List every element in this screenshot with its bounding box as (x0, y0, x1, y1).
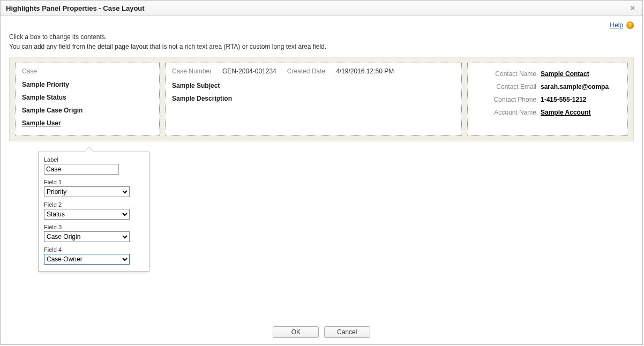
dialog-window: Highlights Panel Properties - Case Layou… (0, 0, 643, 345)
case-number-label: Case Number (172, 67, 212, 75)
field-editor-popover: Label Field 1 Priority Field 2 Status Fi… (38, 152, 149, 272)
panel-box-1-header: Case (22, 67, 153, 75)
field3-label: Field 3 (44, 224, 144, 230)
help-row: Help ? (9, 21, 634, 29)
label-field-label: Label (44, 156, 144, 163)
panel-box-3[interactable]: Contact Name Sample Contact Contact Emai… (467, 63, 628, 136)
dialog-footer: OK Cancel (1, 326, 642, 338)
help-link[interactable]: Help (610, 21, 623, 29)
subject-line: Sample Subject (172, 79, 455, 92)
kv-row: Contact Phone 1-415-555-1212 (474, 93, 621, 106)
contact-phone-label: Contact Phone (474, 96, 541, 103)
instructions-line1: Click a box to change its contents. (9, 32, 634, 42)
help-icon[interactable]: ? (626, 21, 634, 29)
account-name-value[interactable]: Sample Account (541, 109, 621, 116)
kv-row: Account Name Sample Account (474, 106, 621, 119)
highlights-panel-preview: Case Sample Priority Sample Status Sampl… (9, 57, 634, 141)
list-item: Sample Case Origin (22, 104, 153, 117)
popover-body: Label Field 1 Priority Field 2 Status Fi… (38, 152, 149, 272)
content-area: Help ? Click a box to change its content… (1, 16, 642, 141)
created-date-label: Created Date (287, 67, 325, 75)
field1-select[interactable]: Priority (44, 186, 130, 197)
panel-box-1-list: Sample Priority Sample Status Sample Cas… (22, 78, 153, 130)
field4-label: Field 4 (44, 246, 144, 253)
panel-row: Case Sample Priority Sample Status Sampl… (15, 63, 628, 136)
created-date-value: 4/19/2016 12:50 PM (336, 67, 394, 75)
list-item: Sample Status (22, 91, 153, 104)
field3-select[interactable]: Case Origin (44, 231, 130, 242)
close-icon[interactable]: × (628, 4, 637, 12)
titlebar: Highlights Panel Properties - Case Layou… (1, 1, 642, 16)
list-item: Sample Priority (22, 78, 153, 91)
panel-box-2-lines: Sample Subject Sample Description (172, 79, 455, 105)
panel-box-1[interactable]: Case Sample Priority Sample Status Sampl… (15, 63, 160, 136)
contact-name-value[interactable]: Sample Contact (541, 70, 621, 78)
account-name-label: Account Name (474, 109, 541, 116)
list-item: Sample User (22, 117, 153, 130)
panel-box-2[interactable]: Case Number GEN-2004-001234 Created Date… (165, 63, 462, 136)
case-number-value: GEN-2004-001234 (222, 67, 276, 75)
field2-select[interactable]: Status (44, 209, 130, 220)
contact-email-label: Contact Email (474, 83, 541, 91)
kv-row: Contact Email sarah.sample@compa (474, 80, 621, 93)
instructions: Click a box to change its contents. You … (9, 32, 634, 51)
cancel-button[interactable]: Cancel (324, 326, 370, 338)
contact-email-value: sarah.sample@compa (541, 83, 621, 91)
ok-button[interactable]: OK (273, 326, 319, 338)
description-line: Sample Description (172, 92, 455, 105)
field4-select[interactable]: Case Owner (44, 254, 130, 265)
field1-label: Field 1 (44, 179, 144, 185)
panel-box-2-header: Case Number GEN-2004-001234 Created Date… (172, 67, 455, 75)
contact-name-label: Contact Name (474, 70, 541, 78)
contact-phone-value: 1-415-555-1212 (541, 96, 621, 103)
window-title: Highlights Panel Properties - Case Layou… (6, 4, 145, 12)
popover-arrow-icon (84, 147, 94, 152)
kv-row: Contact Name Sample Contact (474, 67, 621, 80)
instructions-line2: You can add any field from the detail pa… (9, 42, 634, 51)
field2-label: Field 2 (44, 201, 144, 208)
label-input[interactable] (44, 164, 119, 175)
